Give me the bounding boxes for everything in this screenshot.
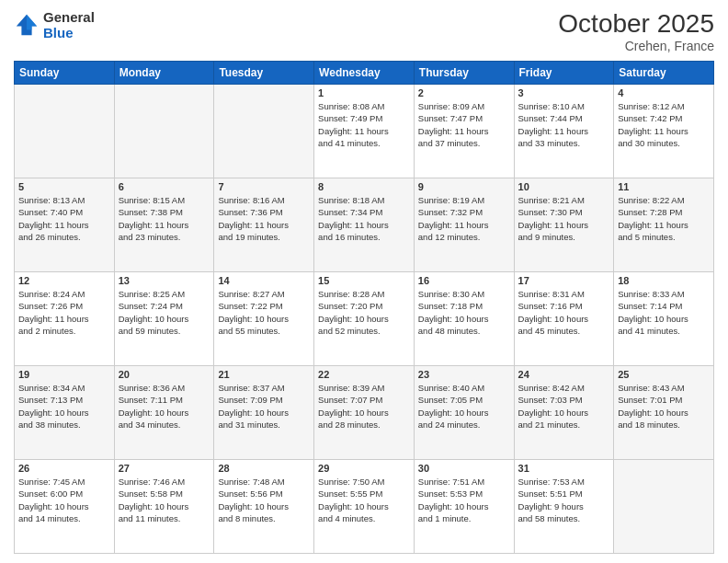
day-number: 10 bbox=[518, 181, 610, 192]
calendar-table: SundayMondayTuesdayWednesdayThursdayFrid… bbox=[14, 61, 714, 554]
day-info: Sunrise: 8:15 AM Sunset: 7:38 PM Dayligh… bbox=[119, 194, 210, 243]
calendar-day-header: Thursday bbox=[414, 62, 514, 85]
day-info: Sunrise: 8:37 AM Sunset: 7:09 PM Dayligh… bbox=[218, 382, 310, 431]
day-info: Sunrise: 8:43 AM Sunset: 7:01 PM Dayligh… bbox=[618, 382, 710, 431]
day-number: 21 bbox=[218, 369, 310, 380]
calendar-day-cell: 22Sunrise: 8:39 AM Sunset: 7:07 PM Dayli… bbox=[314, 366, 415, 460]
calendar-day-cell: 25Sunrise: 8:43 AM Sunset: 7:01 PM Dayli… bbox=[614, 366, 714, 460]
calendar-day-cell: 24Sunrise: 8:42 AM Sunset: 7:03 PM Dayli… bbox=[514, 366, 614, 460]
day-number: 16 bbox=[418, 275, 510, 286]
day-info: Sunrise: 8:33 AM Sunset: 7:14 PM Dayligh… bbox=[618, 288, 710, 337]
day-info: Sunrise: 7:51 AM Sunset: 5:53 PM Dayligh… bbox=[418, 476, 510, 524]
calendar-day-cell: 2Sunrise: 8:09 AM Sunset: 7:47 PM Daylig… bbox=[414, 85, 514, 178]
calendar-day-cell: 3Sunrise: 8:10 AM Sunset: 7:44 PM Daylig… bbox=[514, 85, 614, 178]
calendar-day-cell: 29Sunrise: 7:50 AM Sunset: 5:55 PM Dayli… bbox=[314, 460, 415, 554]
day-number: 28 bbox=[218, 463, 310, 474]
day-number: 23 bbox=[418, 369, 510, 380]
day-info: Sunrise: 7:53 AM Sunset: 5:51 PM Dayligh… bbox=[518, 476, 610, 524]
logo-text: General Blue bbox=[43, 9, 95, 40]
day-info: Sunrise: 8:40 AM Sunset: 7:05 PM Dayligh… bbox=[418, 382, 510, 431]
calendar-day-cell: 17Sunrise: 8:31 AM Sunset: 7:16 PM Dayli… bbox=[514, 272, 614, 366]
calendar-day-cell bbox=[114, 85, 214, 178]
calendar-day-header: Tuesday bbox=[214, 62, 314, 85]
day-info: Sunrise: 8:13 AM Sunset: 7:40 PM Dayligh… bbox=[18, 194, 110, 243]
day-number: 27 bbox=[119, 463, 210, 474]
calendar-day-cell: 28Sunrise: 7:48 AM Sunset: 5:56 PM Dayli… bbox=[214, 460, 314, 554]
day-number: 22 bbox=[318, 369, 410, 380]
day-info: Sunrise: 7:48 AM Sunset: 5:56 PM Dayligh… bbox=[218, 476, 310, 524]
day-number: 30 bbox=[418, 463, 510, 474]
calendar-day-cell: 9Sunrise: 8:19 AM Sunset: 7:32 PM Daylig… bbox=[414, 178, 514, 272]
calendar-day-header: Monday bbox=[114, 62, 214, 85]
calendar-day-cell: 7Sunrise: 8:16 AM Sunset: 7:36 PM Daylig… bbox=[214, 178, 314, 272]
calendar-day-cell: 18Sunrise: 8:33 AM Sunset: 7:14 PM Dayli… bbox=[614, 272, 714, 366]
calendar-day-cell: 21Sunrise: 8:37 AM Sunset: 7:09 PM Dayli… bbox=[214, 366, 314, 460]
calendar-week-row: 19Sunrise: 8:34 AM Sunset: 7:13 PM Dayli… bbox=[15, 366, 714, 460]
day-number: 4 bbox=[618, 87, 710, 98]
calendar-day-cell: 30Sunrise: 7:51 AM Sunset: 5:53 PM Dayli… bbox=[414, 460, 514, 554]
calendar-day-cell: 13Sunrise: 8:25 AM Sunset: 7:24 PM Dayli… bbox=[114, 272, 214, 366]
calendar-day-header: Friday bbox=[514, 62, 614, 85]
calendar-day-cell: 26Sunrise: 7:45 AM Sunset: 6:00 PM Dayli… bbox=[15, 460, 115, 554]
calendar-day-cell: 5Sunrise: 8:13 AM Sunset: 7:40 PM Daylig… bbox=[15, 178, 115, 272]
month-year: October 2025 bbox=[558, 9, 714, 39]
day-number: 24 bbox=[518, 369, 610, 380]
calendar-day-cell bbox=[214, 85, 314, 178]
day-number: 2 bbox=[418, 87, 510, 98]
day-info: Sunrise: 7:50 AM Sunset: 5:55 PM Dayligh… bbox=[318, 476, 410, 524]
day-info: Sunrise: 7:45 AM Sunset: 6:00 PM Dayligh… bbox=[18, 476, 110, 524]
day-number: 14 bbox=[218, 275, 310, 286]
calendar-day-cell: 1Sunrise: 8:08 AM Sunset: 7:49 PM Daylig… bbox=[314, 85, 415, 178]
day-number: 5 bbox=[18, 181, 110, 192]
calendar-day-cell: 10Sunrise: 8:21 AM Sunset: 7:30 PM Dayli… bbox=[514, 178, 614, 272]
day-number: 11 bbox=[618, 181, 710, 192]
day-number: 29 bbox=[318, 463, 410, 474]
calendar-week-row: 5Sunrise: 8:13 AM Sunset: 7:40 PM Daylig… bbox=[15, 178, 714, 272]
calendar-day-cell: 12Sunrise: 8:24 AM Sunset: 7:26 PM Dayli… bbox=[15, 272, 115, 366]
day-info: Sunrise: 8:34 AM Sunset: 7:13 PM Dayligh… bbox=[18, 382, 110, 431]
day-number: 15 bbox=[318, 275, 410, 286]
day-number: 19 bbox=[18, 369, 110, 380]
day-info: Sunrise: 8:27 AM Sunset: 7:22 PM Dayligh… bbox=[218, 288, 310, 337]
calendar-day-cell: 4Sunrise: 8:12 AM Sunset: 7:42 PM Daylig… bbox=[614, 85, 714, 178]
day-number: 17 bbox=[518, 275, 610, 286]
calendar-week-row: 26Sunrise: 7:45 AM Sunset: 6:00 PM Dayli… bbox=[15, 460, 714, 554]
day-number: 8 bbox=[318, 181, 410, 192]
day-info: Sunrise: 8:42 AM Sunset: 7:03 PM Dayligh… bbox=[518, 382, 610, 431]
day-info: Sunrise: 8:31 AM Sunset: 7:16 PM Dayligh… bbox=[518, 288, 610, 337]
calendar-header-row: SundayMondayTuesdayWednesdayThursdayFrid… bbox=[15, 62, 714, 85]
calendar-day-cell: 6Sunrise: 8:15 AM Sunset: 7:38 PM Daylig… bbox=[114, 178, 214, 272]
day-number: 18 bbox=[618, 275, 710, 286]
day-info: Sunrise: 8:19 AM Sunset: 7:32 PM Dayligh… bbox=[418, 194, 510, 243]
day-info: Sunrise: 8:10 AM Sunset: 7:44 PM Dayligh… bbox=[518, 100, 610, 149]
header: General Blue October 2025 Crehen, France bbox=[14, 9, 714, 53]
calendar-day-cell: 20Sunrise: 8:36 AM Sunset: 7:11 PM Dayli… bbox=[114, 366, 214, 460]
day-number: 7 bbox=[218, 181, 310, 192]
calendar-day-cell: 23Sunrise: 8:40 AM Sunset: 7:05 PM Dayli… bbox=[414, 366, 514, 460]
calendar-day-cell: 11Sunrise: 8:22 AM Sunset: 7:28 PM Dayli… bbox=[614, 178, 714, 272]
day-info: Sunrise: 8:09 AM Sunset: 7:47 PM Dayligh… bbox=[418, 100, 510, 149]
calendar-day-cell: 14Sunrise: 8:27 AM Sunset: 7:22 PM Dayli… bbox=[214, 272, 314, 366]
day-info: Sunrise: 8:30 AM Sunset: 7:18 PM Dayligh… bbox=[418, 288, 510, 337]
day-number: 3 bbox=[518, 87, 610, 98]
calendar-day-cell: 15Sunrise: 8:28 AM Sunset: 7:20 PM Dayli… bbox=[314, 272, 415, 366]
day-number: 1 bbox=[318, 87, 410, 98]
day-number: 9 bbox=[418, 181, 510, 192]
day-info: Sunrise: 8:36 AM Sunset: 7:11 PM Dayligh… bbox=[119, 382, 210, 431]
day-number: 6 bbox=[119, 181, 210, 192]
day-number: 13 bbox=[119, 275, 210, 286]
day-number: 12 bbox=[18, 275, 110, 286]
day-info: Sunrise: 7:46 AM Sunset: 5:58 PM Dayligh… bbox=[119, 476, 210, 524]
day-number: 20 bbox=[119, 369, 210, 380]
calendar-week-row: 1Sunrise: 8:08 AM Sunset: 7:49 PM Daylig… bbox=[15, 85, 714, 178]
day-info: Sunrise: 8:28 AM Sunset: 7:20 PM Dayligh… bbox=[318, 288, 410, 337]
day-info: Sunrise: 8:21 AM Sunset: 7:30 PM Dayligh… bbox=[518, 194, 610, 243]
day-info: Sunrise: 8:08 AM Sunset: 7:49 PM Dayligh… bbox=[318, 100, 410, 149]
day-info: Sunrise: 8:39 AM Sunset: 7:07 PM Dayligh… bbox=[318, 382, 410, 431]
calendar-day-header: Wednesday bbox=[314, 62, 415, 85]
logo-icon bbox=[14, 12, 40, 38]
day-number: 25 bbox=[618, 369, 710, 380]
location: Crehen, France bbox=[558, 39, 714, 53]
calendar-day-header: Saturday bbox=[614, 62, 714, 85]
svg-marker-1 bbox=[27, 15, 37, 30]
